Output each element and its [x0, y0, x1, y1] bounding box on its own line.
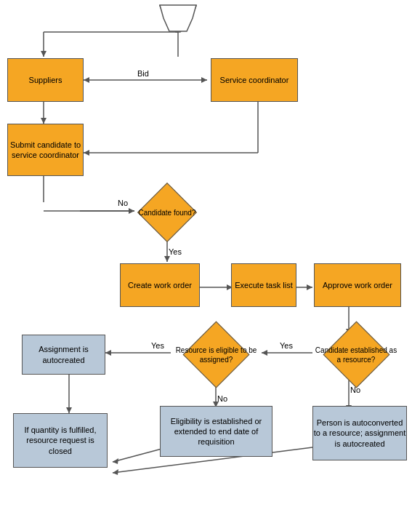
svg-text:Bid: Bid — [137, 69, 149, 78]
svg-text:Yes: Yes — [169, 247, 182, 256]
svg-text:Yes: Yes — [151, 341, 164, 350]
svg-text:No: No — [118, 199, 128, 207]
svg-marker-19 — [262, 350, 267, 356]
submit-candidate-node: Submit candidate to service coordinator — [7, 124, 84, 176]
quantity-fulfilled-label: If quantity is fulfilled, resource reque… — [14, 425, 107, 456]
suppliers-node: Suppliers — [7, 58, 84, 102]
resource-eligible-diamond: Resource is eligible to be assigned? — [171, 331, 262, 378]
execute-task-list-node: Execute task list — [231, 263, 296, 307]
svg-marker-47 — [160, 5, 196, 31]
svg-marker-13 — [307, 284, 312, 290]
svg-text:No: No — [217, 394, 227, 403]
create-work-order-label: Create work order — [128, 280, 192, 290]
create-work-order-node: Create work order — [120, 263, 200, 307]
assignment-autocreated-label: Assignment is autocreated — [23, 344, 105, 365]
svg-marker-21 — [105, 350, 111, 356]
svg-marker-25 — [66, 407, 72, 413]
flowchart-diagram: Yes No Yes Yes No No Bid Suppliers Servi… — [0, 0, 420, 515]
svg-marker-9 — [164, 256, 170, 262]
svg-marker-33 — [84, 150, 89, 156]
approve-work-order-label: Approve work order — [323, 280, 392, 290]
svg-line-26 — [113, 447, 167, 462]
service-coordinator-label: Service coordinator — [220, 75, 289, 85]
svg-marker-29 — [113, 469, 118, 475]
eligibility-established-node: Eligibility is established or extended t… — [160, 406, 272, 457]
candidate-established-label: Candidate established as a resource? — [315, 346, 398, 364]
execute-task-list-label: Execute task list — [235, 280, 292, 290]
resource-eligible-label: Resource is eligible to be assigned? — [173, 346, 260, 364]
eligibility-established-label: Eligibility is established or extended t… — [161, 416, 272, 447]
person-autoconverted-label: Person is autoconverted to a resource; a… — [313, 418, 406, 449]
submit-candidate-label: Submit candidate to service coordinator — [8, 140, 83, 161]
svg-marker-36 — [84, 77, 89, 83]
svg-marker-35 — [201, 77, 207, 83]
svg-marker-4 — [41, 118, 47, 124]
quantity-fulfilled-node: If quantity is fulfilled, resource reque… — [13, 413, 108, 468]
funnel-shape — [156, 4, 200, 36]
svg-text:Yes: Yes — [280, 341, 293, 350]
candidate-found-diamond: Candidate found? — [134, 191, 200, 234]
suppliers-label: Suppliers — [29, 75, 62, 85]
person-autoconverted-node: Person is autoconverted to a resource; a… — [312, 406, 407, 460]
candidate-established-diamond: Candidate established as a resource? — [312, 331, 400, 378]
service-coordinator-node: Service coordinator — [211, 58, 298, 102]
approve-work-order-node: Approve work order — [314, 263, 401, 307]
svg-marker-39 — [41, 51, 47, 57]
candidate-found-label: Candidate found? — [138, 208, 196, 217]
assignment-autocreated-node: Assignment is autocreated — [22, 335, 105, 375]
